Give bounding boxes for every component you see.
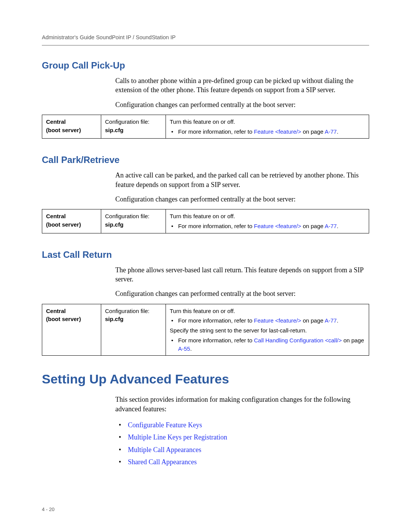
heading-call-park-retrieve: Call Park/Retrieve — [42, 155, 369, 165]
cell-text: Central — [46, 308, 66, 314]
page-link[interactable]: A-77 — [325, 317, 337, 324]
table-cell: Central (boot server) — [42, 209, 101, 233]
para-last-call-return-2: Configuration changes can performed cent… — [115, 289, 369, 298]
cell-text: on page — [301, 317, 325, 324]
cell-text: Specify the string sent to the server fo… — [170, 326, 365, 335]
heading-last-call-return: Last Call Return — [42, 249, 369, 260]
cell-text: Configuration file: — [105, 308, 150, 314]
cell-text: sip.cfg — [105, 127, 123, 133]
heading-advanced-features: Setting Up Advanced Features — [42, 372, 369, 387]
multiple-call-appearances-link[interactable]: Multiple Call Appearances — [128, 446, 201, 454]
table-cell: Configuration file: sip.cfg — [101, 304, 166, 356]
table-cell: Configuration file: sip.cfg — [101, 209, 166, 233]
cell-list-item: For more information, refer to Feature <… — [178, 128, 365, 136]
table-call-park-retrieve: Central (boot server) Configuration file… — [42, 209, 369, 233]
cell-text: Turn this feature on or off. — [170, 213, 235, 219]
table-last-call-return: Central (boot server) Configuration file… — [42, 304, 369, 356]
page-link[interactable]: A-55 — [178, 345, 190, 352]
cell-text: Configuration file: — [105, 118, 150, 125]
table-cell: Central (boot server) — [42, 115, 101, 139]
advanced-features-list: Configurable Feature Keys Multiple Line … — [128, 419, 369, 468]
multiple-line-keys-link[interactable]: Multiple Line Keys per Registration — [128, 433, 227, 441]
cell-text: Configuration file: — [105, 213, 150, 219]
call-handling-link[interactable]: Call Handling Configuration <call/> — [254, 337, 342, 343]
cell-list-item: For more information, refer to Call Hand… — [178, 336, 365, 353]
cell-text: For more information, refer to — [178, 128, 254, 135]
page-number: 4 - 20 — [42, 506, 54, 512]
cell-text: (boot server) — [46, 221, 81, 228]
cell-text: Central — [46, 213, 66, 219]
page-link[interactable]: A-77 — [325, 128, 337, 135]
cell-text: . — [337, 223, 338, 229]
cell-text: For more information, refer to — [178, 317, 254, 324]
table-cell: Turn this feature on or off. For more in… — [166, 115, 369, 139]
para-call-park-retrieve-1: An active call can be parked, and the pa… — [115, 171, 369, 189]
para-advanced-features-1: This section provides information for ma… — [115, 395, 369, 414]
table-cell: Configuration file: sip.cfg — [101, 115, 166, 139]
cell-text: sip.cfg — [105, 316, 123, 322]
para-call-park-retrieve-2: Configuration changes can performed cent… — [115, 195, 369, 204]
cell-text: (boot server) — [46, 127, 81, 133]
feature-link[interactable]: Feature <feature/> — [254, 128, 301, 135]
cell-text: on page — [342, 337, 364, 343]
table-cell: Central (boot server) — [42, 304, 101, 356]
cell-text: For more information, refer to — [178, 337, 254, 343]
table-cell: Turn this feature on or off. For more in… — [166, 209, 369, 233]
cell-list-item: For more information, refer to Feature <… — [178, 316, 365, 325]
cell-text: (boot server) — [46, 316, 81, 322]
table-group-call-pickup: Central (boot server) Configuration file… — [42, 115, 369, 139]
cell-list-item: For more information, refer to Feature <… — [178, 222, 365, 230]
cell-text: . — [190, 345, 192, 352]
feature-link[interactable]: Feature <feature/> — [254, 223, 301, 229]
feature-link[interactable]: Feature <feature/> — [254, 317, 301, 324]
table-cell: Turn this feature on or off. For more in… — [166, 304, 369, 356]
cell-text: on page — [301, 128, 325, 135]
para-last-call-return-1: The phone allows server-based last call … — [115, 265, 369, 284]
cell-text: on page — [301, 223, 325, 229]
configurable-feature-keys-link[interactable]: Configurable Feature Keys — [128, 421, 202, 429]
cell-text: Turn this feature on or off. — [170, 118, 235, 125]
running-header: Administrator's Guide SoundPoint IP / So… — [42, 34, 369, 40]
cell-text: Turn this feature on or off. — [170, 308, 235, 314]
shared-call-appearances-link[interactable]: Shared Call Appearances — [128, 458, 197, 466]
cell-text: Central — [46, 118, 66, 125]
heading-group-call-pickup: Group Call Pick-Up — [42, 60, 369, 71]
cell-text: sip.cfg — [105, 221, 123, 228]
header-rule — [42, 45, 369, 46]
cell-text: For more information, refer to — [178, 223, 254, 229]
para-group-call-pickup-1: Calls to another phone within a pre-defi… — [115, 76, 369, 95]
para-group-call-pickup-2: Configuration changes can performed cent… — [115, 100, 369, 109]
page-link[interactable]: A-77 — [325, 223, 337, 229]
cell-text: . — [337, 128, 338, 135]
cell-text: . — [337, 317, 338, 324]
